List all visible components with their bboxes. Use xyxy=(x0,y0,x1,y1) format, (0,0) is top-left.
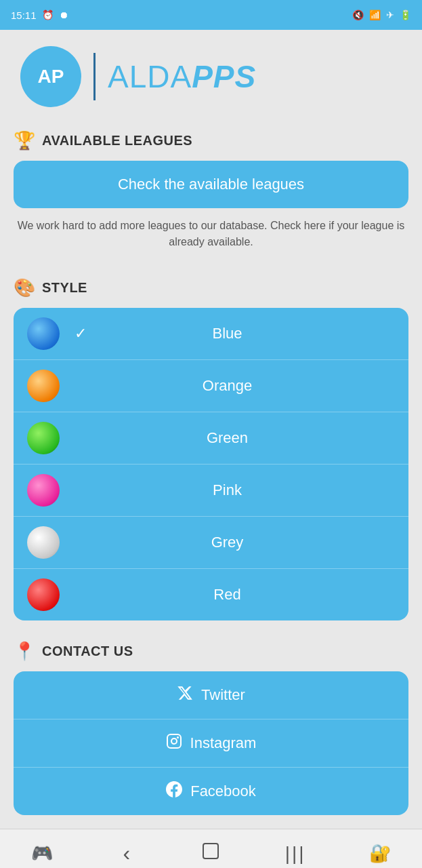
facebook-icon xyxy=(166,781,182,802)
lock-icon: 🔐 xyxy=(369,843,391,864)
style-title: STYLE xyxy=(42,280,87,296)
color-ball-grey xyxy=(27,526,60,559)
game-icon: 🎮 xyxy=(31,843,53,864)
logo-initials: AP xyxy=(38,66,64,87)
battery-icon: 🔋 xyxy=(400,9,411,20)
contact-emoji: 📍 xyxy=(14,641,35,662)
nav-recent[interactable]: ||| xyxy=(275,833,316,869)
contact-section: 📍 CONTACT US Twitter xyxy=(0,634,422,815)
status-bar-left: 15:11 ⏰ ⏺ xyxy=(11,9,68,21)
home-icon xyxy=(201,842,220,865)
style-color-list: ✓ Blue Orange Green Pink Grey xyxy=(14,308,408,620)
leagues-description: We work hard to add more leagues to our … xyxy=(0,208,422,264)
nav-home[interactable] xyxy=(190,833,231,869)
contact-list: Twitter Instagram xyxy=(14,671,408,815)
color-label-grey: Grey xyxy=(60,534,395,551)
leagues-title: AVAILABLE LEAGUES xyxy=(42,133,192,149)
color-row-green[interactable]: Green xyxy=(14,412,408,465)
color-label-pink: Pink xyxy=(60,481,395,499)
mute-icon: 🔇 xyxy=(352,9,364,20)
color-label-orange: Orange xyxy=(60,377,395,395)
contact-row-twitter[interactable]: Twitter xyxy=(14,671,408,719)
leagues-emoji: 🏆 xyxy=(14,130,35,151)
instagram-icon xyxy=(166,733,182,753)
contact-row-facebook[interactable]: Facebook xyxy=(14,768,408,815)
check-leagues-button[interactable]: Check the available leagues xyxy=(14,161,408,208)
color-ball-red xyxy=(27,578,60,611)
main-content: AP ALDAPPS 🏆 AVAILABLE LEAGUES Check the… xyxy=(0,30,422,829)
style-section: 🎨 STYLE ✓ Blue Orange Green P xyxy=(0,271,422,620)
color-row-pink[interactable]: Pink xyxy=(14,465,408,517)
logo-divider xyxy=(93,53,96,100)
color-row-grey[interactable]: Grey xyxy=(14,517,408,569)
contact-title: CONTACT US xyxy=(42,644,133,659)
record-icon: ⏺ xyxy=(59,9,68,20)
nav-game[interactable]: 🎮 xyxy=(22,833,62,869)
status-bar: 15:11 ⏰ ⏺ 🔇 📶 ✈ 🔋 xyxy=(0,0,422,30)
color-check-blue: ✓ xyxy=(75,325,87,342)
nav-lock[interactable]: 🔐 xyxy=(360,833,400,869)
twitter-icon xyxy=(177,685,193,705)
nav-back[interactable]: ‹ xyxy=(106,833,147,869)
logo-area: AP ALDAPPS xyxy=(0,30,422,123)
color-label-red: Red xyxy=(60,586,395,604)
color-label-green: Green xyxy=(60,429,395,447)
color-row-red[interactable]: Red xyxy=(14,569,408,620)
back-icon: ‹ xyxy=(123,841,131,866)
leagues-section-header: 🏆 AVAILABLE LEAGUES xyxy=(0,123,422,161)
logo-circle: AP xyxy=(20,46,81,107)
recent-icon: ||| xyxy=(285,843,306,865)
airplane-icon: ✈ xyxy=(386,9,394,20)
facebook-label: Facebook xyxy=(190,783,256,800)
nav-bar: 🎮 ‹ ||| 🔐 xyxy=(0,829,422,868)
color-ball-pink xyxy=(27,474,60,507)
color-ball-green xyxy=(27,422,60,454)
style-emoji: 🎨 xyxy=(14,277,35,298)
alarm-icon: ⏰ xyxy=(42,9,54,20)
color-ball-orange xyxy=(27,370,60,402)
logo-brand-text: ALDAPPS xyxy=(108,59,256,94)
status-time: 15:11 xyxy=(11,9,37,21)
twitter-label: Twitter xyxy=(201,686,245,704)
status-bar-right: 🔇 📶 ✈ 🔋 xyxy=(352,9,411,20)
logo-brand-suffix: PPS xyxy=(192,59,256,94)
color-label-blue: Blue xyxy=(60,325,395,342)
color-ball-blue xyxy=(27,317,60,350)
logo-brand-name: ALDA xyxy=(108,59,192,94)
contact-row-instagram[interactable]: Instagram xyxy=(14,719,408,768)
svg-point-1 xyxy=(171,738,177,744)
svg-point-2 xyxy=(177,736,179,738)
wifi-icon: 📶 xyxy=(369,9,381,20)
svg-rect-3 xyxy=(203,844,218,859)
style-section-header: 🎨 STYLE xyxy=(0,271,422,308)
color-row-orange[interactable]: Orange xyxy=(14,360,408,412)
svg-rect-0 xyxy=(167,734,181,748)
contact-section-header: 📍 CONTACT US xyxy=(0,634,422,671)
logo-brand: ALDAPPS xyxy=(108,58,256,95)
color-row-blue[interactable]: ✓ Blue xyxy=(14,308,408,360)
instagram-label: Instagram xyxy=(190,734,257,752)
